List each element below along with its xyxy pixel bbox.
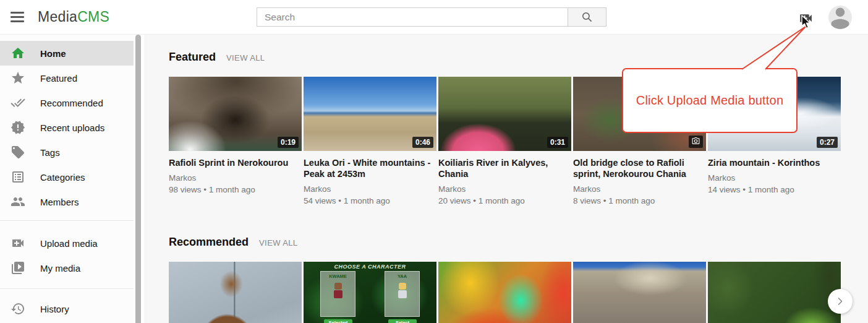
sidebar-item-recommended[interactable]: Recommended bbox=[0, 90, 134, 115]
sidebar: Home Featured Recommended Recent uploads… bbox=[0, 35, 134, 323]
thumb-game-character-name: KWAME bbox=[321, 273, 355, 279]
duration-badge: 0:19 bbox=[278, 137, 299, 148]
view-all-link[interactable]: VIEW ALL bbox=[259, 238, 297, 248]
chevron-right-icon bbox=[834, 295, 846, 308]
star-icon bbox=[11, 71, 25, 85]
annotation-callout: Click Upload Media button bbox=[622, 68, 798, 133]
tag-icon bbox=[11, 145, 25, 160]
sidebar-item-featured[interactable]: Featured bbox=[0, 66, 134, 90]
sidebar-divider bbox=[0, 220, 134, 221]
sidebar-scrollbar-track bbox=[134, 35, 144, 323]
sidebar-item-home[interactable]: Home bbox=[0, 41, 134, 66]
sidebar-item-upload-media[interactable]: Upload media bbox=[0, 231, 134, 256]
search-icon bbox=[581, 11, 593, 23]
sidebar-scrollbar-thumb[interactable] bbox=[135, 35, 141, 323]
section-title: Featured bbox=[169, 51, 216, 64]
video-thumbnail[interactable]: CHOOSE A CHARACTER KWAME YAA Selected Se… bbox=[304, 262, 436, 323]
thumb-game-sprite bbox=[334, 283, 343, 299]
video-title[interactable]: Old bridge close to Rafioli sprint, Nero… bbox=[573, 157, 706, 179]
sidebar-item-label: History bbox=[40, 304, 69, 314]
media-card bbox=[573, 262, 706, 323]
video-author[interactable]: Markos bbox=[304, 184, 436, 194]
thumb-game-sprite bbox=[398, 283, 407, 299]
video-thumbnail[interactable]: 0:19 bbox=[169, 77, 302, 151]
sidebar-item-label: Recommended bbox=[40, 98, 103, 108]
video-author[interactable]: Markos bbox=[708, 173, 841, 183]
sidebar-item-label: Featured bbox=[40, 73, 77, 84]
media-card bbox=[438, 262, 571, 323]
sidebar-divider bbox=[0, 288, 134, 289]
sidebar-item-label: Categories bbox=[40, 172, 85, 183]
sidebar-item-label: Recent uploads bbox=[40, 123, 104, 133]
duration-badge: 0:46 bbox=[412, 137, 433, 148]
video-title[interactable]: Leuka Ori - White mountains - Peak at 24… bbox=[304, 157, 436, 179]
video-author[interactable]: Markos bbox=[438, 184, 571, 194]
person-icon bbox=[828, 6, 852, 29]
my-media-icon bbox=[11, 261, 25, 275]
upload-media-icon bbox=[798, 11, 814, 26]
thumb-game-button: Select bbox=[388, 319, 417, 323]
sidebar-item-tags[interactable]: Tags bbox=[0, 140, 134, 165]
duration-badge: 0:27 bbox=[817, 137, 838, 148]
video-title[interactable]: Koiliaris River in Kalyves, Chania bbox=[438, 157, 571, 179]
thumb-game-header-text: CHOOSE A CHARACTER bbox=[304, 264, 436, 270]
carousel-next-button[interactable] bbox=[828, 289, 853, 314]
search-input[interactable] bbox=[257, 7, 568, 27]
photo-badge bbox=[689, 136, 703, 148]
search-button[interactable] bbox=[568, 7, 606, 27]
logo-media: Media bbox=[38, 9, 77, 25]
categories-icon bbox=[11, 170, 25, 184]
new-releases-icon bbox=[11, 120, 25, 135]
video-thumbnail[interactable] bbox=[573, 262, 706, 323]
sidebar-item-categories[interactable]: Categories bbox=[0, 165, 134, 189]
camera-icon bbox=[692, 137, 700, 144]
media-card bbox=[708, 262, 841, 323]
members-icon bbox=[11, 194, 25, 209]
done-all-icon bbox=[11, 95, 25, 110]
sidebar-item-history[interactable]: History bbox=[0, 296, 134, 321]
thumb-game-button: Selected bbox=[324, 319, 352, 323]
hamburger-icon[interactable] bbox=[11, 12, 24, 22]
view-all-link[interactable]: VIEW ALL bbox=[226, 53, 265, 62]
sidebar-item-my-media[interactable]: My media bbox=[0, 256, 134, 280]
media-card: 0:46 Leuka Ori - White mountains - Peak … bbox=[304, 77, 436, 206]
thumb-game-character-name: YAA bbox=[385, 273, 419, 279]
media-card bbox=[169, 262, 302, 323]
upload-media-icon bbox=[11, 236, 25, 251]
video-thumbnail[interactable] bbox=[708, 262, 841, 323]
video-author[interactable]: Markos bbox=[169, 173, 302, 183]
recommended-section: Recommended VIEW ALL CHOOSE A CHARACTER … bbox=[169, 236, 841, 323]
video-meta: 8 views • 1 month ago bbox=[573, 196, 706, 206]
sidebar-item-label: Members bbox=[40, 197, 79, 207]
video-thumbnail[interactable]: 0:46 bbox=[304, 77, 436, 151]
app-logo[interactable]: MediaCMS bbox=[38, 9, 109, 25]
video-thumbnail[interactable] bbox=[169, 262, 302, 323]
user-avatar[interactable] bbox=[828, 6, 852, 29]
section-title: Recommended bbox=[169, 236, 249, 249]
video-meta: 98 views • 1 month ago bbox=[169, 184, 302, 195]
annotation-callout-text: Click Upload Media button bbox=[636, 93, 783, 108]
duration-badge: 0:31 bbox=[547, 137, 568, 148]
media-card: 0:31 Koiliaris River in Kalyves, Chania … bbox=[438, 77, 571, 206]
video-thumbnail[interactable] bbox=[438, 262, 571, 323]
logo-cms: CMS bbox=[77, 9, 109, 25]
search-bar bbox=[257, 7, 606, 27]
video-meta: 54 views • 1 month ago bbox=[304, 196, 436, 206]
sidebar-item-members[interactable]: Members bbox=[0, 189, 134, 214]
video-meta: 20 views • 1 month ago bbox=[438, 196, 571, 206]
video-title[interactable]: Rafioli Sprint in Nerokourou bbox=[169, 157, 302, 168]
sidebar-item-label: My media bbox=[40, 263, 80, 273]
sidebar-item-label: Upload media bbox=[40, 238, 98, 249]
sidebar-item-label: Tags bbox=[40, 147, 60, 158]
sidebar-item-label: Home bbox=[40, 48, 66, 59]
history-icon bbox=[11, 301, 25, 316]
video-meta: 14 views • 1 month ago bbox=[708, 184, 841, 195]
video-title[interactable]: Ziria mountain - Korinthos bbox=[708, 157, 841, 168]
upload-media-button[interactable] bbox=[798, 11, 814, 26]
sidebar-item-recent-uploads[interactable]: Recent uploads bbox=[0, 115, 134, 140]
video-author[interactable]: Markos bbox=[573, 184, 706, 194]
video-thumbnail[interactable]: 0:31 bbox=[438, 77, 571, 151]
home-icon bbox=[11, 46, 25, 61]
media-card: 0:19 Rafioli Sprint in Nerokourou Markos… bbox=[169, 77, 302, 206]
top-bar: MediaCMS bbox=[0, 0, 868, 35]
